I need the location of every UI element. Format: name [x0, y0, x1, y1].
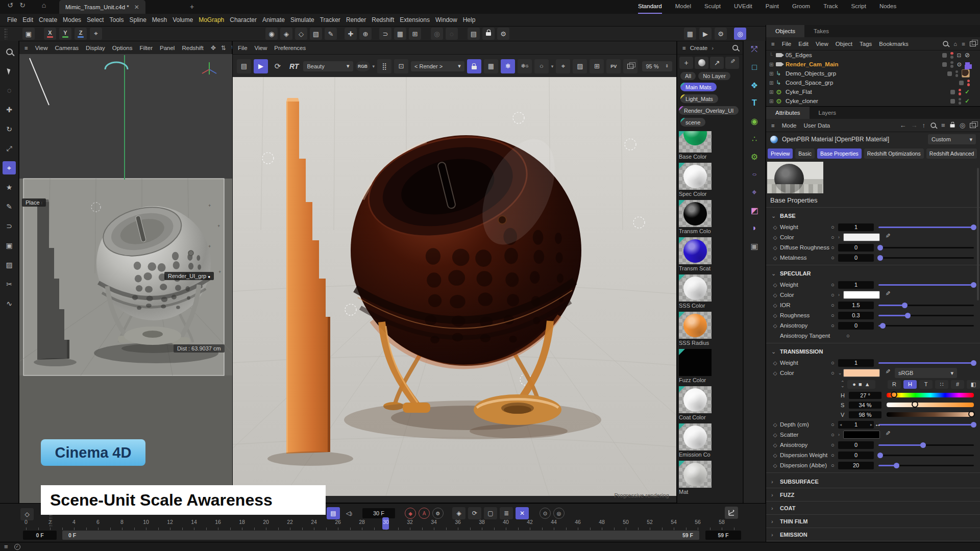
attrs-target-icon[interactable]: ◎ [960, 121, 965, 129]
cube-icon[interactable]: ❖ [748, 79, 761, 91]
lvp-menu-options[interactable]: Options [112, 45, 133, 51]
asset-star-icon[interactable]: ★ [3, 181, 16, 194]
attr-row-scatter[interactable]: ◇Scatter○› ✎ [766, 430, 980, 440]
menu-volume[interactable]: Volume [173, 16, 193, 23]
attr-row-diffuse-roughness[interactable]: ◇Diffuse Roughness○ 0 [766, 242, 980, 253]
current-frame-field[interactable]: 30 F [362, 508, 395, 518]
hue-slider-row[interactable]: H 27 ° [766, 390, 980, 400]
shaded-cube-icon[interactable]: ▧ [310, 28, 322, 40]
ipr-play-icon[interactable]: ▶ [254, 59, 268, 73]
preset-dropdown[interactable]: Custom▾ [928, 134, 976, 144]
key-parameter-icon[interactable]: ≣ [500, 507, 513, 519]
collapse-arrows-icon[interactable]: ⌃⌄ [841, 381, 845, 387]
speaker-icon[interactable]: ◁) [342, 507, 356, 519]
value-slider-row[interactable]: V 98 % [766, 410, 980, 419]
objects-home-icon[interactable]: ⌂ [953, 41, 957, 47]
section-transmission[interactable]: ⌄TRANSMISSION [766, 345, 980, 358]
lvp-menu-view[interactable]: View [35, 45, 48, 51]
menu-tools[interactable]: Tools [109, 16, 124, 23]
tab-layers[interactable]: Layers [810, 107, 846, 119]
object-row-coord-space-grp[interactable]: ⊞↳ Coord_Space_grp [766, 78, 980, 87]
layout-tab-sculpt[interactable]: Sculpt [704, 0, 721, 14]
attrs-burger-icon[interactable]: ≡ [771, 122, 775, 129]
layout-tab-nodes[interactable]: Nodes [879, 0, 896, 14]
materials-search-icon[interactable] [732, 45, 738, 51]
channel-badge[interactable]: RGB [356, 61, 370, 71]
pen-tool-icon[interactable]: ✎ [325, 28, 337, 40]
brush-icon[interactable]: ▨ [3, 258, 16, 271]
colorspace-dropdown[interactable]: sRGB▾ [895, 368, 957, 378]
picker-mode-compact[interactable]: ◧ [967, 380, 980, 389]
render-view-button[interactable]: ▦ [684, 28, 696, 40]
obj-menu-file[interactable]: File [782, 41, 792, 47]
scale-tool-icon[interactable]: ⤢ [3, 142, 16, 155]
lvp-burger-icon[interactable]: ≡ [24, 45, 28, 51]
objects-burger-icon[interactable]: ≡ [771, 41, 775, 47]
saturation-slider-row[interactable]: S 34 % [766, 400, 980, 410]
snapshot-g-icon[interactable]: ❄G [518, 59, 532, 73]
material-item[interactable]: Base Color [679, 131, 743, 160]
material-item[interactable]: Coat Color [679, 386, 743, 420]
tab-objects[interactable]: Objects [766, 25, 804, 37]
key-rotation-icon[interactable]: ⟳ [468, 507, 481, 519]
key-position-icon[interactable]: ◈ [452, 507, 465, 519]
magnet-snap-icon[interactable]: ⊃ [379, 28, 391, 40]
material-item[interactable]: SSS Radius [679, 312, 743, 346]
workplane-grid-icon[interactable]: ⊞ [409, 28, 421, 40]
attr-row-trans-anisotropy[interactable]: ◇Anisotropy○ 0 [766, 440, 980, 450]
place-tool-icon[interactable]: ⌖ [3, 161, 16, 174]
attrs-lock-icon[interactable] [950, 124, 954, 127]
color-swatch[interactable] [843, 369, 880, 377]
attr-row-roughness[interactable]: ◇Roughness○ 0.3 [766, 310, 980, 320]
picker-mode-t[interactable]: T [919, 380, 933, 389]
layout-tab-uvedit[interactable]: UVEdit [734, 0, 752, 14]
record-settings-icon[interactable]: ⚙ [432, 508, 444, 519]
object-row-demo-objects-grp[interactable]: ⊞↳ Demo_Objects_grp [766, 69, 980, 78]
attr-row-spec-color[interactable]: ◇Color○› ✎ [766, 290, 980, 300]
menu-animate[interactable]: Animate [262, 16, 285, 23]
solo-icon[interactable]: ⊙ [540, 508, 551, 519]
tab-takes[interactable]: Takes [804, 25, 838, 37]
layer-main-mats[interactable]: Main Mats [680, 83, 717, 91]
gray-cube-icon[interactable]: ▣ [748, 240, 761, 252]
refresh-icon[interactable]: ⟳ [271, 59, 285, 73]
material-item[interactable]: Transm Colo [679, 200, 743, 234]
layout-tab-groom[interactable]: Groom [792, 0, 810, 14]
menu-help[interactable]: Help [463, 16, 476, 23]
menu-modes[interactable]: Modes [63, 16, 81, 23]
attrs-menu-mode[interactable]: Mode [782, 122, 797, 129]
material-item[interactable]: SSS Color [679, 274, 743, 309]
add-material-icon[interactable]: + [679, 57, 693, 69]
tab-redshift-advanced[interactable]: Redshift Advanced [926, 148, 977, 159]
picker-mode-r[interactable]: R [888, 380, 901, 389]
object-row-05-edges[interactable]: └ 05_Edges ⊡⊘ [766, 51, 980, 60]
section-fuzz[interactable]: ›FUZZ [766, 488, 980, 502]
eyedropper-icon[interactable]: ✎ [725, 57, 739, 69]
zoom-icon[interactable]: ⇅ [221, 44, 226, 52]
magnet-icon[interactable]: ⊃ [3, 219, 16, 233]
eyedropper-icon[interactable]: ✎ [884, 431, 891, 439]
attr-row-dispersion-weight[interactable]: ◇Dispersion Weight○ 0 [766, 450, 980, 460]
tab-base-properties[interactable]: Base Properties [817, 148, 862, 159]
fcurve-editor-button[interactable] [725, 507, 738, 519]
spline-shape-icon[interactable]: ◗ [748, 222, 761, 234]
color-swatch[interactable] [843, 291, 880, 299]
material-item[interactable]: Transm Scat [679, 237, 743, 271]
attr-row-spec-weight[interactable]: ◇Weight○ 1 [766, 280, 980, 290]
menu-select[interactable]: Select [87, 16, 104, 23]
render-settings-button[interactable]: ⚙ [715, 28, 727, 40]
clone-icon[interactable]: ▣ [3, 239, 16, 252]
section-specular[interactable]: ⌄SPECULAR [766, 267, 980, 280]
knife-icon[interactable]: ✂ [3, 278, 16, 291]
assign-arrow-icon[interactable]: ↗ [710, 57, 724, 69]
layout-tab-script[interactable]: Script [851, 0, 866, 14]
powerslider-icon[interactable]: ◈ [280, 28, 292, 40]
menu-mograph[interactable]: MoGraph [199, 16, 224, 23]
obj-menu-object[interactable]: Object [836, 41, 852, 47]
pv-badge[interactable]: PV [606, 59, 621, 73]
lvp-menu-display[interactable]: Display [86, 45, 105, 51]
section-subsurface[interactable]: ›SUBSURFACE [766, 475, 980, 488]
menu-tracker[interactable]: Tracker [320, 16, 340, 23]
picker-mode-mixer[interactable]: ∷ [935, 380, 948, 389]
ab-grid-icon[interactable]: ▦ [484, 59, 498, 73]
